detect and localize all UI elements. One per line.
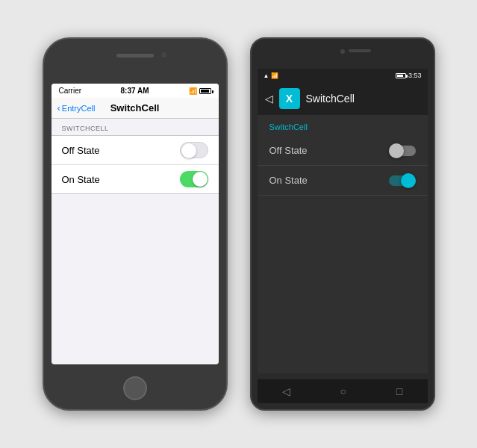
ios-toggle-knob-on: [193, 172, 208, 187]
ios-camera: [161, 52, 166, 57]
android-toggle-off[interactable]: [389, 146, 416, 156]
ios-carrier: Carrier: [59, 87, 82, 95]
ios-time: 8:37 AM: [121, 87, 149, 95]
android-toggle-knob-on: [401, 173, 416, 188]
ios-home-button[interactable]: [123, 376, 147, 400]
ios-battery-icon: [199, 88, 211, 94]
ios-table: Off State On State: [52, 135, 219, 194]
android-camera: [340, 49, 345, 54]
android-back-button[interactable]: ◁: [265, 93, 273, 105]
ios-back-chevron: ‹: [57, 102, 60, 113]
ios-phone: Carrier 8:37 AM 📶 ‹ EntryCell SwitchCell…: [43, 37, 228, 411]
android-status-icons-right: 3:53: [396, 72, 422, 79]
table-row: On State: [52, 165, 219, 193]
android-status-bar: ▲ 📶 3:53: [258, 69, 428, 82]
android-toggle-on[interactable]: [389, 175, 416, 186]
android-app-icon: X: [279, 88, 300, 109]
ios-nav-bar: ‹ EntryCell SwitchCell: [52, 98, 219, 119]
table-row: Off State: [258, 136, 428, 166]
android-screen: ▲ 📶 3:53 ◁ X SwitchCell SwitchCell Off S…: [258, 69, 428, 373]
table-row: Off State: [52, 136, 219, 165]
android-status-icons-left: ▲ 📶: [264, 72, 279, 79]
table-row: On State: [258, 166, 428, 196]
ios-toggle-off[interactable]: [180, 142, 208, 158]
ios-nav-title: SwitchCell: [110, 102, 160, 113]
android-section-header: SwitchCell: [258, 115, 428, 136]
ios-screen: Carrier 8:37 AM 📶 ‹ EntryCell SwitchCell…: [52, 84, 219, 364]
android-back-nav-icon[interactable]: ◁: [282, 385, 290, 397]
ios-speaker: [116, 54, 154, 57]
ios-toggle-on[interactable]: [180, 171, 208, 187]
android-time: 3:53: [408, 72, 422, 79]
android-nav-bar: ◁ ○ □: [258, 379, 428, 403]
ios-row-label-on: On State: [62, 174, 100, 185]
android-phone: ▲ 📶 3:53 ◁ X SwitchCell SwitchCell Off S…: [250, 37, 435, 411]
android-wifi-icon: 📶: [271, 72, 278, 79]
android-toolbar: ◁ X SwitchCell: [258, 82, 428, 115]
android-recents-nav-icon[interactable]: □: [396, 385, 402, 397]
android-home-nav-icon[interactable]: ○: [340, 385, 346, 397]
ios-status-bar: Carrier 8:37 AM 📶: [52, 84, 219, 98]
android-row-label-on: On State: [269, 175, 308, 186]
android-app-icon-label: X: [286, 93, 293, 105]
android-row-label-off: Off State: [269, 145, 308, 156]
android-signal-icon: ▲: [264, 72, 269, 79]
ios-back-button[interactable]: ‹ EntryCell: [57, 102, 96, 113]
ios-row-label-off: Off State: [62, 145, 100, 156]
android-toggle-knob-off: [389, 143, 404, 158]
android-speaker: [349, 49, 371, 52]
android-toolbar-title: SwitchCell: [306, 93, 355, 105]
ios-section-header: SWITCHCELL: [52, 119, 219, 135]
ios-toggle-knob-off: [181, 143, 196, 158]
ios-back-label[interactable]: EntryCell: [62, 104, 96, 113]
android-battery-icon: [396, 73, 406, 78]
wifi-icon: 📶: [189, 87, 197, 95]
